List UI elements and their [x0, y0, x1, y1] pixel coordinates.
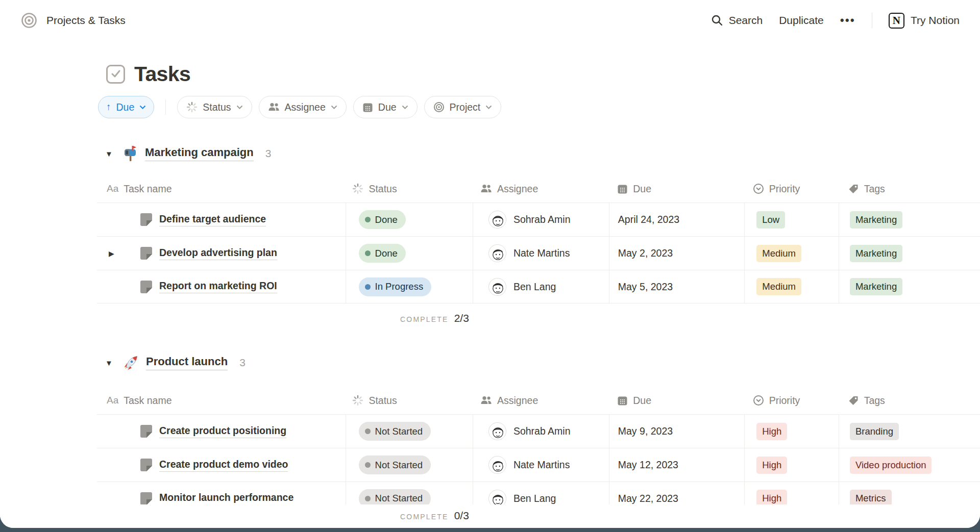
- complete-label: COMPLETE: [400, 315, 449, 323]
- people-icon: [480, 395, 492, 406]
- column-label: Tags: [864, 395, 885, 407]
- column-header-status[interactable]: Status: [342, 395, 471, 407]
- column-header-assignee[interactable]: Assignee: [471, 395, 607, 407]
- column-header-assignee[interactable]: Assignee: [471, 183, 607, 195]
- select-property-icon: [753, 395, 764, 406]
- table-row[interactable]: Report on marketing ROI In Progress Ben …: [97, 270, 980, 303]
- arrow-up-icon: ↑: [106, 102, 111, 113]
- due-date[interactable]: May 12, 2023: [618, 459, 678, 471]
- status-pill[interactable]: Not Started: [359, 422, 431, 441]
- tag-chip[interactable]: Branding: [850, 423, 899, 440]
- column-label: Assignee: [497, 395, 538, 407]
- priority-chip[interactable]: Medium: [756, 278, 801, 295]
- column-header-tags[interactable]: Tags: [838, 395, 980, 407]
- checkbox-page-icon[interactable]: [106, 65, 125, 84]
- filter-due-pill[interactable]: Due: [353, 96, 418, 118]
- expand-toggle-icon[interactable]: ▶: [109, 249, 114, 258]
- status-pill[interactable]: Not Started: [359, 455, 431, 474]
- calendar-icon: [617, 184, 628, 194]
- filter-divider: [165, 99, 166, 115]
- table-row[interactable]: Create product positioning Not Started S…: [97, 414, 980, 448]
- task-link[interactable]: Develop advertising plan: [159, 247, 277, 260]
- table-row[interactable]: Define target audience Done Sohrab Amin …: [97, 202, 980, 236]
- column-header-priority[interactable]: Priority: [743, 395, 838, 407]
- task-link[interactable]: Create product demo video: [159, 459, 288, 472]
- due-date[interactable]: May 2, 2023: [618, 247, 673, 259]
- status-dot: [365, 250, 371, 256]
- group-product-launch: ▼ Product launch 3 Aa Task name: [0, 353, 980, 515]
- column-header-priority[interactable]: Priority: [743, 183, 838, 195]
- group-complete-summary: COMPLETE 2/3: [400, 312, 980, 325]
- column-header-due[interactable]: Due: [607, 395, 743, 407]
- status-pill[interactable]: Done: [359, 210, 406, 229]
- filter-status-label: Status: [203, 102, 231, 113]
- due-date[interactable]: May 22, 2023: [618, 493, 678, 504]
- column-header-task-name[interactable]: Aa Task name: [97, 395, 342, 407]
- tasks-table: Aa Task name Status Assignee Due P: [97, 175, 980, 303]
- group-count: 3: [239, 357, 246, 369]
- duplicate-button[interactable]: Duplicate: [779, 14, 824, 27]
- breadcrumb[interactable]: Projects & Tasks: [20, 12, 126, 29]
- due-date[interactable]: May 9, 2023: [618, 425, 673, 437]
- tag-chip[interactable]: Video production: [850, 457, 932, 474]
- table-row[interactable]: Create product demo video Not Started Na…: [97, 448, 980, 482]
- assignee-name[interactable]: Ben Lang: [513, 493, 556, 504]
- column-header-due[interactable]: Due: [607, 183, 743, 195]
- priority-chip[interactable]: High: [756, 423, 787, 440]
- column-label: Due: [633, 395, 651, 407]
- breadcrumb-label: Projects & Tasks: [46, 14, 126, 27]
- calendar-icon: [362, 102, 373, 113]
- column-label: Due: [633, 183, 651, 195]
- due-date[interactable]: April 24, 2023: [618, 214, 679, 225]
- assignee-name[interactable]: Sohrab Amin: [513, 425, 571, 437]
- tag-icon: [848, 395, 859, 406]
- column-header-status[interactable]: Status: [342, 183, 471, 195]
- chevron-down-icon: [139, 105, 146, 109]
- column-label: Status: [369, 183, 397, 195]
- column-header-task-name[interactable]: Aa Task name: [97, 183, 342, 195]
- assignee-name[interactable]: Sohrab Amin: [513, 214, 571, 225]
- tag-chip[interactable]: Marketing: [850, 278, 902, 295]
- notion-logo-icon: N: [889, 13, 904, 29]
- filter-due-label: Due: [378, 102, 397, 113]
- group-title[interactable]: Marketing campaign: [145, 146, 254, 161]
- filter-status-pill[interactable]: Status: [177, 96, 252, 118]
- search-button[interactable]: Search: [711, 14, 763, 27]
- sort-label: Due: [116, 102, 135, 113]
- assignee-name[interactable]: Nate Martins: [513, 247, 570, 259]
- priority-chip[interactable]: Medium: [756, 245, 801, 262]
- task-link[interactable]: Report on marketing ROI: [159, 280, 277, 293]
- task-link[interactable]: Monitor launch performance: [159, 492, 293, 505]
- assignee-name[interactable]: Nate Martins: [513, 459, 570, 471]
- assignee-name[interactable]: Ben Lang: [513, 281, 556, 293]
- complete-value: 0/3: [454, 510, 469, 522]
- target-icon: [20, 12, 38, 29]
- chevron-down-icon: [236, 105, 243, 109]
- collapse-toggle-icon[interactable]: ▼: [105, 359, 115, 367]
- column-header-tags[interactable]: Tags: [838, 183, 980, 195]
- try-notion-button[interactable]: N Try Notion: [889, 13, 960, 29]
- task-link[interactable]: Define target audience: [159, 213, 266, 226]
- priority-chip[interactable]: Low: [756, 211, 785, 229]
- status-pill[interactable]: Done: [359, 244, 406, 263]
- filter-assignee-pill[interactable]: Assignee: [259, 96, 347, 118]
- sort-due-pill[interactable]: ↑ Due: [98, 96, 154, 118]
- tag-chip[interactable]: Marketing: [850, 211, 902, 229]
- group-count: 3: [265, 147, 272, 160]
- group-title[interactable]: Product launch: [146, 355, 228, 370]
- page-icon: [140, 280, 153, 294]
- task-link[interactable]: Create product positioning: [159, 425, 286, 438]
- filter-assignee-label: Assignee: [285, 102, 326, 113]
- status-icon: [186, 102, 198, 113]
- filter-project-pill[interactable]: Project: [424, 96, 502, 118]
- tag-chip[interactable]: Marketing: [850, 245, 902, 262]
- collapse-toggle-icon[interactable]: ▼: [105, 149, 115, 158]
- people-icon: [268, 102, 280, 112]
- table-row[interactable]: ▶ Develop advertising plan Done Nate Mar…: [97, 236, 980, 270]
- more-menu-button[interactable]: •••: [840, 14, 855, 28]
- due-date[interactable]: May 5, 2023: [618, 281, 673, 293]
- status-pill[interactable]: In Progress: [359, 277, 432, 296]
- priority-chip[interactable]: High: [756, 457, 787, 474]
- column-label: Status: [369, 395, 397, 407]
- table-header-row: Aa Task name Status Assignee Due P: [97, 387, 980, 414]
